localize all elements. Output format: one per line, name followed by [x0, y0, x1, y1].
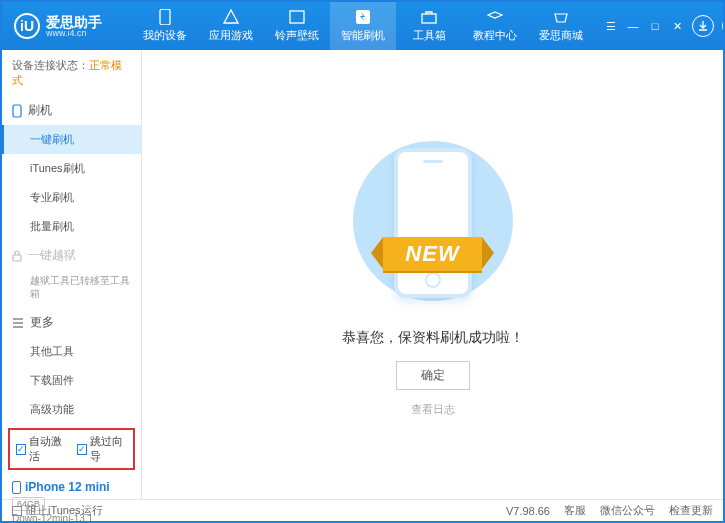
- checkbox-highlight-area: ✓自动激活 ✓跳过向导: [8, 428, 135, 470]
- wallpaper-icon: [288, 9, 306, 25]
- sidebar-item-other-tools[interactable]: 其他工具: [2, 337, 141, 366]
- svg-rect-1: [290, 11, 304, 23]
- sidebar-item-batch-flash[interactable]: 批量刷机: [2, 212, 141, 241]
- device-phone-icon: [12, 481, 21, 494]
- app-subtitle: www.i4.cn: [46, 29, 102, 38]
- sidebar-item-itunes-flash[interactable]: iTunes刷机: [2, 154, 141, 183]
- main-panel: NEW 恭喜您，保资料刷机成功啦！ 确定 查看日志: [142, 50, 723, 499]
- toolbox-icon: [420, 9, 438, 25]
- sidebar-item-pro-flash[interactable]: 专业刷机: [2, 183, 141, 212]
- app-window: iU 爱思助手 www.i4.cn 我的设备 应用游戏 铃声壁纸 智能刷机 工具…: [0, 0, 725, 523]
- app-logo-icon: iU: [14, 13, 40, 39]
- tab-toolbox[interactable]: 工具箱: [396, 2, 462, 50]
- svg-rect-6: [13, 255, 21, 261]
- section-flash[interactable]: 刷机: [2, 96, 141, 125]
- app-title: 爱思助手: [46, 15, 102, 29]
- tab-store[interactable]: 爱思商城: [528, 2, 594, 50]
- ok-button[interactable]: 确定: [396, 361, 470, 390]
- success-message: 恭喜您，保资料刷机成功啦！: [342, 329, 524, 347]
- tab-apps-games[interactable]: 应用游戏: [198, 2, 264, 50]
- more-icon: [12, 318, 24, 328]
- apps-icon: [222, 9, 240, 25]
- minimize-icon[interactable]: —: [626, 19, 640, 33]
- svg-rect-7: [13, 481, 21, 493]
- section-more[interactable]: 更多: [2, 308, 141, 337]
- phone-small-icon: [12, 104, 22, 118]
- success-illustration: NEW: [333, 133, 533, 313]
- sidebar-item-download-firmware[interactable]: 下载固件: [2, 366, 141, 395]
- logo-area: iU 爱思助手 www.i4.cn: [2, 13, 132, 39]
- tab-tutorials[interactable]: 教程中心: [462, 2, 528, 50]
- checkbox-auto-activate[interactable]: ✓自动激活: [16, 434, 67, 464]
- tab-my-device[interactable]: 我的设备: [132, 2, 198, 50]
- close-icon[interactable]: ✕: [670, 19, 684, 33]
- section-jailbreak: 一键越狱: [2, 241, 141, 270]
- svg-rect-0: [160, 9, 170, 25]
- check-update-link[interactable]: 检查更新: [669, 503, 713, 518]
- wechat-link[interactable]: 微信公众号: [600, 503, 655, 518]
- sidebar: 设备连接状态：正常模式 刷机 一键刷机 iTunes刷机 专业刷机 批量刷机 一…: [2, 50, 142, 499]
- tutorial-icon: [486, 9, 504, 25]
- version-label: V7.98.66: [506, 505, 550, 517]
- titlebar: iU 爱思助手 www.i4.cn 我的设备 应用游戏 铃声壁纸 智能刷机 工具…: [2, 2, 723, 50]
- view-log-link[interactable]: 查看日志: [411, 402, 455, 417]
- jailbreak-note: 越狱工具已转移至工具箱: [2, 270, 141, 308]
- new-ribbon: NEW: [383, 237, 481, 271]
- flash-icon: [354, 9, 372, 25]
- sidebar-item-advanced[interactable]: 高级功能: [2, 395, 141, 424]
- store-icon: [552, 9, 570, 25]
- checkbox-skip-guide[interactable]: ✓跳过向导: [77, 434, 128, 464]
- phone-icon: [156, 9, 174, 25]
- download-icon[interactable]: [692, 15, 714, 37]
- block-itunes-label: 阻止iTunes运行: [26, 503, 103, 518]
- svg-rect-3: [422, 14, 436, 23]
- tab-ringtone-wallpaper[interactable]: 铃声壁纸: [264, 2, 330, 50]
- support-link[interactable]: 客服: [564, 503, 586, 518]
- sidebar-item-oneclick-flash[interactable]: 一键刷机: [2, 125, 141, 154]
- title-controls: ☰ — □ ✕: [594, 15, 725, 37]
- maximize-icon[interactable]: □: [648, 19, 662, 33]
- lock-icon: [12, 250, 22, 262]
- tab-smart-flash[interactable]: 智能刷机: [330, 2, 396, 50]
- connection-status: 设备连接状态：正常模式: [2, 50, 141, 96]
- menu-icon[interactable]: ☰: [604, 19, 618, 33]
- nav-tabs: 我的设备 应用游戏 铃声壁纸 智能刷机 工具箱 教程中心 爱思商城: [132, 2, 594, 50]
- svg-rect-5: [13, 105, 21, 117]
- checkbox-block-itunes[interactable]: [12, 506, 22, 516]
